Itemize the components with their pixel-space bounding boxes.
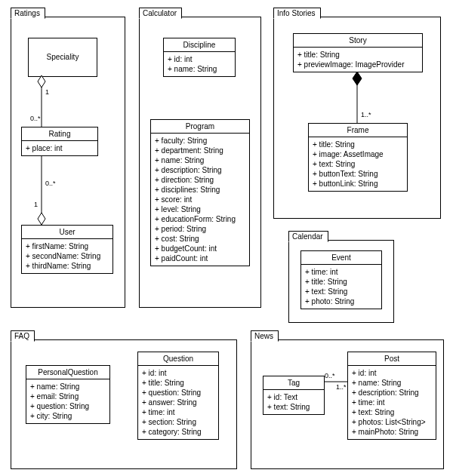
class-frame: Frame + title: String+ image: AssetImage…	[308, 123, 408, 192]
class-attribute: + period: String	[155, 224, 245, 234]
class-attribute: + description: String	[155, 165, 245, 175]
class-attribute: + faculty: String	[155, 136, 245, 146]
class-attribute: + firstName: String	[26, 241, 109, 251]
class-frame-name: Frame	[309, 124, 407, 137]
class-user-name: User	[22, 226, 112, 239]
class-program-name: Program	[151, 120, 249, 134]
package-faq-label: FAQ	[11, 330, 35, 342]
class-event-name: Event	[301, 251, 381, 265]
class-attribute: + question: String	[142, 388, 214, 398]
class-attribute: + category: String	[142, 427, 214, 437]
class-attribute: + paidCount: int	[155, 253, 245, 263]
class-discipline: Discipline + id: int+ name: String	[163, 38, 236, 77]
mult-rating-user-many: 0..*	[45, 180, 56, 187]
class-rating: Rating + place: int	[21, 127, 98, 156]
class-tag: Tag + id: Text+ text: String	[263, 376, 325, 415]
class-attribute: + disciplines: String	[155, 185, 245, 195]
class-attribute: + text: String	[313, 159, 403, 169]
class-attribute: + id: int	[352, 368, 432, 378]
class-attribute: + title: String	[305, 277, 378, 287]
class-rating-attrs: + place: int	[22, 141, 97, 155]
class-attribute: + buttonLink: String	[313, 179, 403, 189]
class-attribute: + name: String	[30, 382, 106, 392]
class-attribute: + photos: List<String>	[352, 417, 432, 427]
mult-spec-many: 0..*	[30, 115, 41, 122]
class-story-attrs: + title: String+ previewImage: ImageProv…	[294, 48, 422, 72]
package-calculator-label: Calculator	[139, 8, 182, 19]
class-frame-attrs: + title: String+ image: AssetImage+ text…	[309, 137, 407, 191]
class-speciality-name: Speciality	[29, 38, 97, 76]
package-news-label: News	[251, 330, 279, 342]
class-rating-name: Rating	[22, 127, 97, 141]
class-attribute: + text: String	[267, 402, 320, 412]
class-event: Event + time: int+ title: String+ text: …	[300, 250, 382, 309]
class-program-attrs: + faculty: String+ department: String+ n…	[151, 134, 249, 266]
class-post-attrs: + id: int+ name: String+ description: St…	[348, 366, 436, 439]
class-question-name: Question	[138, 352, 218, 366]
class-attribute: + cost: String	[155, 234, 245, 244]
mult-tag-many: 0..*	[325, 372, 335, 379]
class-attribute: + budgetCount: int	[155, 244, 245, 253]
class-personalquestion: PersonalQuestion + name: String+ email: …	[26, 365, 110, 424]
class-attribute: + level: String	[155, 204, 245, 214]
class-user-attrs: + firstName: String+ secondName: String+…	[22, 239, 112, 273]
class-tag-name: Tag	[263, 376, 324, 390]
class-post-name: Post	[348, 352, 436, 366]
class-speciality: Speciality	[28, 38, 97, 77]
class-story-name: Story	[294, 34, 422, 48]
class-attribute: + title: String	[297, 50, 418, 60]
class-attribute: + thirdName: String	[26, 261, 109, 271]
class-attribute: + mainPhoto: String	[352, 427, 432, 437]
class-attribute: + time: int	[142, 407, 214, 417]
class-attribute: + answer: String	[142, 398, 214, 407]
class-attribute: + previewImage: ImageProvider	[297, 60, 418, 69]
class-attribute: + name: String	[155, 155, 245, 165]
class-attribute: + question: String	[30, 401, 106, 411]
class-post: Post + id: int+ name: String+ descriptio…	[347, 352, 436, 440]
class-program: Program + faculty: String+ department: S…	[150, 119, 250, 266]
class-question-attrs: + id: int+ title: String+ question: Stri…	[138, 366, 218, 439]
mult-spec-one: 1	[45, 88, 49, 96]
class-attribute: + text: String	[352, 407, 432, 417]
class-personalquestion-name: PersonalQuestion	[26, 366, 109, 379]
class-attribute: + image: AssetImage	[313, 149, 403, 159]
class-tag-attrs: + id: Text+ text: String	[263, 390, 324, 414]
class-attribute: + time: int	[352, 398, 432, 407]
class-attribute: + city: String	[30, 411, 106, 421]
class-attribute: + score: int	[155, 195, 245, 204]
package-calendar-label: Calendar	[288, 231, 328, 242]
package-ratings-label: Ratings	[11, 8, 45, 19]
class-attribute: + id: int	[142, 368, 214, 378]
class-attribute: + name: String	[168, 64, 231, 74]
class-discipline-name: Discipline	[164, 38, 235, 52]
class-attribute: + id: int	[168, 54, 231, 64]
class-personalquestion-attrs: + name: String+ email: String+ question:…	[26, 379, 109, 423]
canvas: Ratings Speciality Rating + place: int U…	[0, 0, 453, 476]
class-event-attrs: + time: int+ title: String+ text: String…	[301, 265, 381, 309]
class-attribute: + direction: String	[155, 175, 245, 185]
package-infostories-label: Info Stories	[273, 8, 321, 19]
class-attribute: + educationForm: String	[155, 214, 245, 224]
class-story: Story + title: String+ previewImage: Ima…	[293, 33, 423, 72]
mult-story-frame: 1..*	[361, 111, 371, 118]
class-attribute: + name: String	[352, 378, 432, 388]
mult-rating-user-one: 1	[34, 201, 38, 208]
class-attribute: + text: String	[305, 287, 378, 296]
class-attribute: + section: String	[142, 417, 214, 427]
class-attribute: + time: int	[305, 267, 378, 277]
class-question: Question + id: int+ title: String+ quest…	[137, 352, 219, 440]
class-attribute: + id: Text	[267, 392, 320, 402]
class-attribute: + description: String	[352, 388, 432, 398]
mult-post-one: 1..*	[336, 383, 347, 391]
class-attribute: + photo: String	[305, 296, 378, 306]
class-user: User + firstName: String+ secondName: St…	[21, 225, 113, 274]
class-discipline-attrs: + id: int+ name: String	[164, 52, 235, 76]
class-attribute: + email: String	[30, 392, 106, 401]
class-attribute: + title: String	[313, 140, 403, 149]
class-attribute: + department: String	[155, 146, 245, 155]
class-attribute: + buttonText: String	[313, 169, 403, 179]
class-attribute: + place: int	[26, 143, 94, 153]
class-attribute: + secondName: String	[26, 251, 109, 261]
class-attribute: + title: String	[142, 378, 214, 388]
